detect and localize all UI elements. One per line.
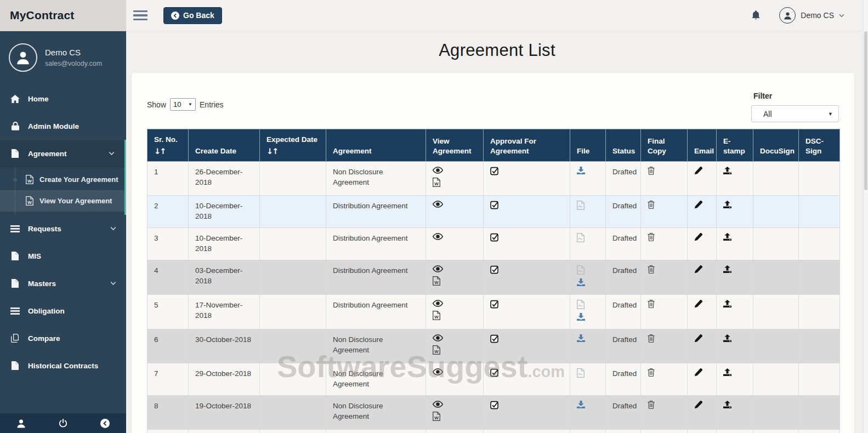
main-content: Agreement List Show 10 ▼ Entries Filter … (126, 31, 868, 433)
cell-agreement-name: Distribution Agreement (326, 196, 426, 228)
sidebar-subitem-label: View Your Agreement (39, 197, 112, 205)
pencil-icon[interactable] (694, 167, 702, 175)
approval-checkbox-icon[interactable] (490, 201, 499, 209)
word-file-icon[interactable]: W (433, 345, 442, 356)
notifications-bell-icon[interactable] (751, 10, 761, 20)
upload-icon[interactable] (723, 300, 731, 307)
approval-checkbox-icon[interactable] (490, 265, 499, 274)
sort-arrows-icon[interactable]: ↓↑ (154, 146, 181, 156)
pdf-file-icon[interactable] (577, 233, 587, 244)
sidebar-subitem-view-your-agreement[interactable]: WView Your Agreement (0, 190, 124, 212)
cell-approval (484, 430, 570, 433)
cell-docusign (753, 295, 799, 329)
upload-icon[interactable] (723, 368, 731, 376)
chevron-down-icon (110, 281, 116, 286)
download-icon[interactable] (577, 313, 587, 322)
download-icon[interactable] (577, 334, 587, 344)
eye-icon[interactable] (433, 233, 442, 242)
sidebar-item-obligation[interactable]: Obligation (0, 297, 126, 324)
power-icon[interactable] (59, 419, 67, 428)
trash-icon[interactable] (648, 201, 655, 209)
show-entries-control: Show 10 ▼ Entries (147, 98, 224, 111)
profile-icon[interactable] (16, 419, 26, 428)
sidebar-profile: Demo CS sales@volody.com (0, 31, 126, 81)
sidebar-item-agreement[interactable]: Agreement (0, 140, 124, 167)
sidebar-item-historical-contracts[interactable]: Historical Contracts (0, 352, 126, 379)
approval-checkbox-icon[interactable] (490, 368, 499, 377)
sidebar-nav: HomeAdmin ModuleAgreementWCreate Your Ag… (0, 85, 126, 379)
word-file-icon[interactable]: W (433, 412, 442, 423)
upload-icon[interactable] (723, 167, 731, 174)
user-menu[interactable]: Demo CS (779, 7, 844, 24)
upload-icon[interactable] (723, 265, 731, 273)
approval-checkbox-icon[interactable] (490, 401, 499, 409)
scrollbar-thumb[interactable] (864, 31, 867, 190)
column-header-dsc-sign: DSC-Sign (799, 129, 840, 162)
cell-e-stamp (717, 196, 753, 228)
trash-icon[interactable] (648, 334, 655, 343)
word-file-icon[interactable]: W (433, 276, 442, 287)
sort-arrows-icon[interactable]: ↓↑ (266, 146, 319, 156)
show-label: Show (147, 100, 166, 109)
menu-toggle-icon[interactable] (133, 8, 147, 23)
eye-icon[interactable] (433, 368, 442, 377)
pdf-file-icon[interactable] (577, 201, 587, 212)
download-icon[interactable] (577, 278, 587, 288)
trash-icon[interactable] (648, 300, 655, 308)
trash-icon[interactable] (648, 401, 655, 409)
pencil-icon[interactable] (694, 401, 702, 409)
eye-icon[interactable] (433, 300, 442, 309)
sidebar-subitem-create-your-agreement[interactable]: WCreate Your Agreement (0, 169, 124, 190)
download-icon[interactable] (577, 401, 587, 410)
word-file-icon[interactable]: W (433, 178, 442, 189)
sidebar-item-compare[interactable]: Compare (0, 324, 126, 352)
word-file-icon[interactable]: W (433, 311, 442, 322)
sidebar-item-home[interactable]: Home (0, 85, 126, 112)
download-icon[interactable] (577, 167, 587, 176)
upload-icon[interactable] (723, 401, 731, 408)
collapse-sidebar-icon[interactable] (100, 419, 110, 428)
eye-icon[interactable] (433, 201, 442, 209)
pdf-file-icon[interactable] (577, 300, 587, 311)
sidebar-item-masters[interactable]: Masters (0, 270, 126, 297)
filter-select[interactable]: All ▼ (751, 105, 839, 122)
go-back-button[interactable]: Go Back (163, 7, 222, 24)
page-scrollbar[interactable] (863, 0, 868, 433)
eye-icon[interactable] (433, 265, 442, 274)
user-name: Demo CS (801, 11, 834, 20)
sidebar-subitem-label: Create Your Agreement (39, 175, 118, 184)
pencil-icon[interactable] (694, 300, 702, 308)
eye-icon[interactable] (433, 334, 442, 343)
pencil-icon[interactable] (694, 265, 702, 274)
trash-icon[interactable] (648, 233, 655, 241)
column-header-sr-no[interactable]: Sr. No.↓↑ (147, 129, 189, 162)
sidebar-item-mis[interactable]: MIS (0, 242, 126, 270)
trash-icon[interactable] (648, 265, 655, 274)
sidebar-item-requests[interactable]: Requests (0, 215, 126, 242)
approval-checkbox-icon[interactable] (490, 300, 499, 309)
column-header-expected-date[interactable]: Expected Date↓↑ (260, 129, 326, 162)
cell-agreement-name: Non Disclosure Agreement (326, 162, 426, 196)
pencil-icon[interactable] (694, 334, 702, 343)
approval-checkbox-icon[interactable] (490, 167, 499, 175)
eye-icon[interactable] (433, 167, 442, 175)
pencil-icon[interactable] (694, 368, 702, 377)
pencil-icon[interactable] (694, 233, 702, 241)
sidebar-item-admin-module[interactable]: Admin Module (0, 112, 126, 140)
pencil-icon[interactable] (694, 201, 702, 209)
upload-icon[interactable] (723, 201, 731, 208)
cell-file (570, 228, 606, 260)
pdf-file-icon[interactable] (577, 368, 587, 379)
eye-icon[interactable] (433, 401, 442, 409)
upload-icon[interactable] (723, 233, 731, 241)
approval-checkbox-icon[interactable] (490, 233, 499, 242)
trash-icon[interactable] (648, 368, 655, 377)
table-row: 729-October-2018Non Disclosure Agreement… (147, 363, 840, 396)
sidebar-item-label: Requests (28, 225, 61, 233)
trash-icon[interactable] (648, 167, 655, 175)
upload-icon[interactable] (723, 334, 731, 342)
pdf-file-icon[interactable] (577, 265, 587, 276)
approval-checkbox-icon[interactable] (490, 334, 499, 343)
cell-sr-no: 3 (147, 228, 189, 260)
entries-count-select[interactable]: 10 ▼ (170, 98, 196, 111)
